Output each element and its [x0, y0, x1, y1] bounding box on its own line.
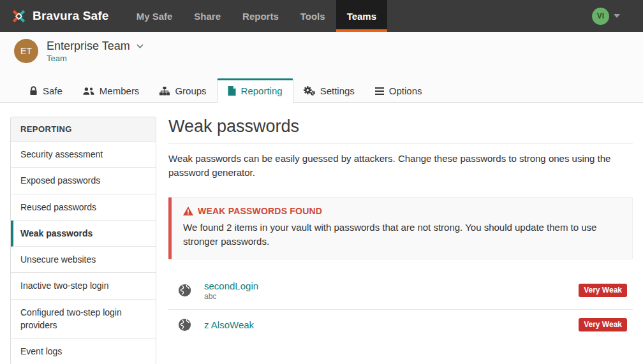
- tab-label: Settings: [320, 85, 355, 96]
- nav-item-my-safe[interactable]: My Safe: [126, 0, 184, 32]
- tab-safe[interactable]: Safe: [19, 80, 73, 102]
- strength-badge: Very Weak: [579, 318, 627, 331]
- tab-members[interactable]: Members: [73, 80, 150, 102]
- chevron-down-icon: [137, 43, 144, 48]
- brand-name: Bravura Safe: [33, 9, 109, 23]
- reporting-sidebar: REPORTING Security assessment Exposed pa…: [10, 117, 156, 364]
- team-type-label: Team: [47, 54, 144, 63]
- item-link-secondlogin[interactable]: secondLogin: [204, 280, 258, 291]
- caret-down-icon: [614, 14, 620, 18]
- bravura-logo-icon: [10, 8, 27, 25]
- page-description: Weak passwords can be easily guessed by …: [168, 152, 633, 180]
- vault-item-row: secondLogin abc Very Weak: [168, 272, 633, 310]
- sidebar-item-unsecure-websites[interactable]: Unsecure websites: [11, 247, 156, 273]
- team-avatar: ET: [14, 39, 38, 63]
- main-nav: My Safe Share Reports Tools Teams: [126, 0, 387, 32]
- callout-title-row: WEAK PASSWORDS FOUND: [183, 206, 621, 216]
- nav-item-reports[interactable]: Reports: [232, 0, 290, 32]
- brand-logo[interactable]: Bravura Safe: [0, 0, 126, 32]
- menu-icon: [375, 87, 384, 95]
- globe-icon: [177, 284, 191, 297]
- sitemap-icon: [159, 87, 170, 96]
- tab-settings[interactable]: Settings: [293, 80, 365, 102]
- strength-badge: Very Weak: [579, 284, 627, 297]
- sidebar-item-exposed-passwords[interactable]: Exposed passwords: [11, 168, 156, 194]
- lock-icon: [29, 86, 38, 96]
- content-area: REPORTING Security assessment Exposed pa…: [0, 103, 643, 364]
- team-header: ET Enterprise Team Team: [0, 32, 643, 63]
- app-window: Bravura Safe My Safe Share Reports Tools…: [0, 0, 643, 364]
- nav-item-tools[interactable]: Tools: [290, 0, 336, 32]
- page-title: Weak passwords: [168, 117, 633, 136]
- warning-icon: [183, 207, 193, 215]
- sidebar-item-weak-passwords[interactable]: Weak passwords: [11, 221, 156, 247]
- tab-label: Safe: [43, 85, 63, 96]
- globe-icon: [177, 318, 191, 331]
- sidebar-item-event-logs[interactable]: Event logs: [11, 339, 156, 364]
- user-avatar[interactable]: VI: [592, 8, 609, 25]
- tab-label: Options: [389, 85, 422, 96]
- team-name: Enterprise Team: [47, 40, 130, 53]
- sidebar-item-reused-passwords[interactable]: Reused passwords: [11, 194, 156, 221]
- tab-label: Groups: [175, 85, 206, 96]
- account-menu[interactable]: VI: [592, 0, 643, 32]
- sidebar-item-security-assessment[interactable]: Security assessment: [11, 142, 156, 168]
- users-icon: [83, 87, 94, 96]
- callout-body: We found 2 items in your vault with pass…: [183, 221, 621, 249]
- tab-label: Members: [100, 85, 140, 96]
- tab-groups[interactable]: Groups: [149, 80, 216, 102]
- report-main: Weak passwords Weak passwords can be eas…: [168, 117, 633, 364]
- gears-icon: [304, 86, 315, 96]
- item-link-z-alsoweak[interactable]: z AlsoWeak: [204, 319, 254, 330]
- item-username: abc: [204, 292, 258, 301]
- tab-reporting[interactable]: Reporting: [217, 78, 293, 103]
- top-navbar: Bravura Safe My Safe Share Reports Tools…: [0, 0, 643, 32]
- sidebar-item-inactive-two-step[interactable]: Inactive two-step login: [11, 273, 156, 299]
- sidebar-item-configured-two-step[interactable]: Configured two-step login providers: [11, 300, 156, 339]
- callout-title: WEAK PASSWORDS FOUND: [198, 206, 322, 216]
- vault-item-row: z AlsoWeak Very Weak: [168, 310, 633, 340]
- team-header-band: ET Enterprise Team Team Safe: [0, 32, 643, 103]
- file-icon: [228, 86, 236, 96]
- nav-item-share[interactable]: Share: [183, 0, 232, 32]
- nav-item-teams[interactable]: Teams: [336, 0, 387, 32]
- team-name-dropdown[interactable]: Enterprise Team: [47, 40, 144, 53]
- sidebar-header: REPORTING: [11, 117, 156, 142]
- weak-passwords-callout: WEAK PASSWORDS FOUND We found 2 items in…: [168, 197, 633, 259]
- tab-label: Reporting: [241, 85, 283, 96]
- title-divider: [168, 143, 633, 143]
- tab-options[interactable]: Options: [365, 80, 432, 102]
- team-tabs: Safe Members Groups Reporting: [0, 78, 643, 103]
